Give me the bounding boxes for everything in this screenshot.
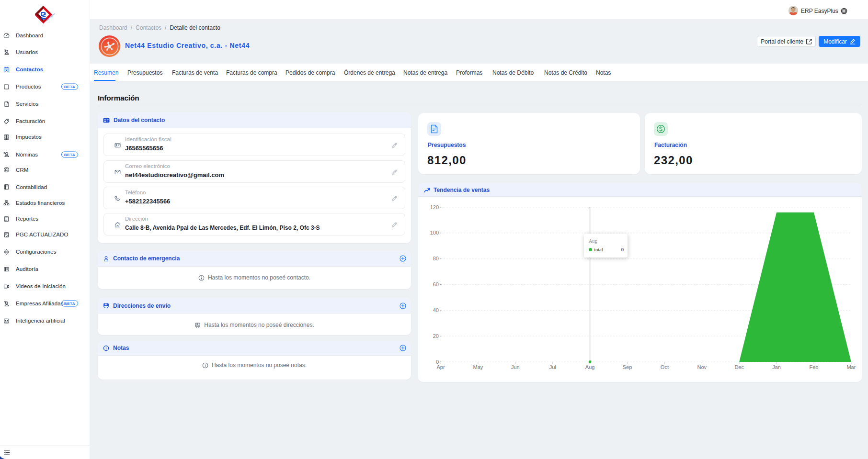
svg-text:60: 60 (433, 281, 439, 287)
svg-text:Apr: Apr (436, 364, 445, 370)
svg-text:100: 100 (430, 230, 439, 235)
svg-text:Jul: Jul (549, 364, 556, 370)
svg-text:Aug: Aug (585, 364, 595, 370)
svg-text:20: 20 (433, 333, 439, 339)
svg-text:120: 120 (430, 204, 439, 210)
svg-text:Feb: Feb (810, 364, 819, 370)
svg-text:Oct: Oct (661, 364, 669, 370)
svg-text:May: May (473, 364, 483, 370)
svg-text:Dec: Dec (734, 364, 744, 370)
svg-text:Sep: Sep (623, 364, 632, 370)
svg-text:80: 80 (433, 256, 439, 261)
svg-text:Jan: Jan (772, 364, 781, 370)
svg-text:Jun: Jun (511, 364, 520, 370)
svg-text:0: 0 (436, 359, 439, 365)
svg-text:40: 40 (433, 307, 439, 313)
svg-text:Nov: Nov (697, 364, 707, 370)
svg-text:Mar: Mar (846, 364, 856, 370)
